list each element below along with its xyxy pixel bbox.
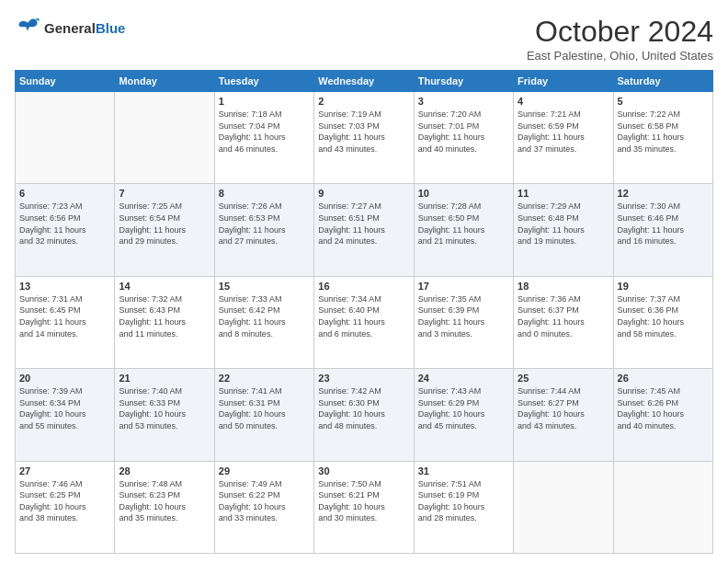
calendar-cell <box>16 92 115 184</box>
day-info: Sunrise: 7:32 AM Sunset: 6:43 PM Dayligh… <box>119 293 210 339</box>
day-number: 25 <box>518 373 609 384</box>
calendar-cell: 10Sunrise: 7:28 AM Sunset: 6:50 PM Dayli… <box>414 184 513 276</box>
day-number: 7 <box>119 188 210 199</box>
day-info: Sunrise: 7:34 AM Sunset: 6:40 PM Dayligh… <box>318 293 409 339</box>
day-info: Sunrise: 7:27 AM Sunset: 6:51 PM Dayligh… <box>318 201 409 247</box>
day-info: Sunrise: 7:42 AM Sunset: 6:30 PM Dayligh… <box>318 385 409 431</box>
day-number: 6 <box>19 188 110 199</box>
day-info: Sunrise: 7:28 AM Sunset: 6:50 PM Dayligh… <box>418 201 509 247</box>
day-number: 16 <box>318 281 409 292</box>
day-number: 14 <box>119 281 210 292</box>
location-text: East Palestine, Ohio, United States <box>527 49 713 63</box>
calendar-cell: 3Sunrise: 7:20 AM Sunset: 7:01 PM Daylig… <box>414 92 513 184</box>
day-number: 23 <box>318 373 409 384</box>
day-number: 26 <box>618 373 709 384</box>
day-info: Sunrise: 7:21 AM Sunset: 6:59 PM Dayligh… <box>518 109 609 155</box>
day-info: Sunrise: 7:19 AM Sunset: 7:03 PM Dayligh… <box>318 109 409 155</box>
day-number: 18 <box>518 281 609 292</box>
day-info: Sunrise: 7:39 AM Sunset: 6:34 PM Dayligh… <box>19 385 110 431</box>
day-number: 2 <box>318 96 409 107</box>
calendar-cell: 23Sunrise: 7:42 AM Sunset: 6:30 PM Dayli… <box>314 369 414 461</box>
calendar-cell: 29Sunrise: 7:49 AM Sunset: 6:22 PM Dayli… <box>214 461 313 553</box>
day-number: 19 <box>618 281 709 292</box>
day-number: 20 <box>19 373 110 384</box>
day-info: Sunrise: 7:46 AM Sunset: 6:25 PM Dayligh… <box>19 478 110 524</box>
calendar-cell: 7Sunrise: 7:25 AM Sunset: 6:54 PM Daylig… <box>115 184 214 276</box>
day-info: Sunrise: 7:25 AM Sunset: 6:54 PM Dayligh… <box>119 201 210 247</box>
calendar-week-row: 27Sunrise: 7:46 AM Sunset: 6:25 PM Dayli… <box>16 461 713 553</box>
day-info: Sunrise: 7:23 AM Sunset: 6:56 PM Dayligh… <box>19 201 110 247</box>
day-number: 15 <box>219 281 310 292</box>
day-number: 5 <box>618 96 709 107</box>
calendar-week-row: 6Sunrise: 7:23 AM Sunset: 6:56 PM Daylig… <box>16 184 713 276</box>
day-info: Sunrise: 7:41 AM Sunset: 6:31 PM Dayligh… <box>219 385 310 431</box>
day-info: Sunrise: 7:44 AM Sunset: 6:27 PM Dayligh… <box>518 385 609 431</box>
calendar-cell: 4Sunrise: 7:21 AM Sunset: 6:59 PM Daylig… <box>514 92 613 184</box>
logo-text: GeneralBlue <box>44 20 125 36</box>
calendar-cell: 30Sunrise: 7:50 AM Sunset: 6:21 PM Dayli… <box>314 461 414 553</box>
day-number: 17 <box>418 281 509 292</box>
header-monday: Monday <box>115 71 214 92</box>
day-info: Sunrise: 7:26 AM Sunset: 6:53 PM Dayligh… <box>219 201 310 247</box>
day-number: 30 <box>318 465 409 477</box>
header-friday: Friday <box>514 71 613 92</box>
month-title: October 2024 <box>527 15 713 49</box>
day-number: 31 <box>418 465 509 477</box>
calendar-cell: 6Sunrise: 7:23 AM Sunset: 6:56 PM Daylig… <box>16 184 115 276</box>
day-number: 1 <box>219 96 310 107</box>
header-row: Sunday Monday Tuesday Wednesday Thursday… <box>16 71 713 92</box>
calendar-cell: 17Sunrise: 7:35 AM Sunset: 6:39 PM Dayli… <box>414 276 513 368</box>
day-info: Sunrise: 7:48 AM Sunset: 6:23 PM Dayligh… <box>119 478 210 524</box>
header-thursday: Thursday <box>414 71 513 92</box>
calendar-week-row: 20Sunrise: 7:39 AM Sunset: 6:34 PM Dayli… <box>16 369 713 461</box>
day-info: Sunrise: 7:33 AM Sunset: 6:42 PM Dayligh… <box>219 293 310 339</box>
calendar-cell: 5Sunrise: 7:22 AM Sunset: 6:58 PM Daylig… <box>613 92 712 184</box>
header-tuesday: Tuesday <box>214 71 313 92</box>
calendar-cell: 2Sunrise: 7:19 AM Sunset: 7:03 PM Daylig… <box>314 92 414 184</box>
calendar-cell: 13Sunrise: 7:31 AM Sunset: 6:45 PM Dayli… <box>16 276 115 368</box>
day-number: 8 <box>219 188 310 199</box>
header-sunday: Sunday <box>16 71 115 92</box>
day-info: Sunrise: 7:45 AM Sunset: 6:26 PM Dayligh… <box>618 385 709 431</box>
header-saturday: Saturday <box>613 71 712 92</box>
calendar-cell: 21Sunrise: 7:40 AM Sunset: 6:33 PM Dayli… <box>115 369 214 461</box>
calendar-cell: 1Sunrise: 7:18 AM Sunset: 7:04 PM Daylig… <box>214 92 313 184</box>
day-info: Sunrise: 7:37 AM Sunset: 6:36 PM Dayligh… <box>618 293 709 339</box>
calendar-cell: 12Sunrise: 7:30 AM Sunset: 6:46 PM Dayli… <box>613 184 712 276</box>
day-number: 27 <box>19 465 110 477</box>
day-info: Sunrise: 7:29 AM Sunset: 6:48 PM Dayligh… <box>518 201 609 247</box>
calendar-cell: 20Sunrise: 7:39 AM Sunset: 6:34 PM Dayli… <box>16 369 115 461</box>
calendar-cell: 15Sunrise: 7:33 AM Sunset: 6:42 PM Dayli… <box>214 276 313 368</box>
calendar-cell: 14Sunrise: 7:32 AM Sunset: 6:43 PM Dayli… <box>115 276 214 368</box>
calendar-page: GeneralBlue October 2024 East Palestine,… <box>0 0 728 563</box>
calendar-cell: 8Sunrise: 7:26 AM Sunset: 6:53 PM Daylig… <box>214 184 313 276</box>
logo: GeneralBlue <box>15 15 125 40</box>
day-number: 3 <box>418 96 509 107</box>
calendar-cell: 26Sunrise: 7:45 AM Sunset: 6:26 PM Dayli… <box>613 369 712 461</box>
day-number: 13 <box>19 281 110 292</box>
calendar-cell: 18Sunrise: 7:36 AM Sunset: 6:37 PM Dayli… <box>514 276 613 368</box>
calendar-cell: 25Sunrise: 7:44 AM Sunset: 6:27 PM Dayli… <box>514 369 613 461</box>
day-info: Sunrise: 7:51 AM Sunset: 6:19 PM Dayligh… <box>418 478 509 524</box>
day-info: Sunrise: 7:50 AM Sunset: 6:21 PM Dayligh… <box>318 478 409 524</box>
calendar-cell: 28Sunrise: 7:48 AM Sunset: 6:23 PM Dayli… <box>115 461 214 553</box>
calendar-cell: 19Sunrise: 7:37 AM Sunset: 6:36 PM Dayli… <box>613 276 712 368</box>
day-number: 22 <box>219 373 310 384</box>
calendar-cell: 16Sunrise: 7:34 AM Sunset: 6:40 PM Dayli… <box>314 276 414 368</box>
calendar-cell: 24Sunrise: 7:43 AM Sunset: 6:29 PM Dayli… <box>414 369 513 461</box>
title-area: October 2024 East Palestine, Ohio, Unite… <box>527 15 713 63</box>
calendar-cell: 9Sunrise: 7:27 AM Sunset: 6:51 PM Daylig… <box>314 184 414 276</box>
day-number: 9 <box>318 188 409 199</box>
header-wednesday: Wednesday <box>314 71 414 92</box>
day-number: 21 <box>119 373 210 384</box>
day-info: Sunrise: 7:30 AM Sunset: 6:46 PM Dayligh… <box>618 201 709 247</box>
day-info: Sunrise: 7:40 AM Sunset: 6:33 PM Dayligh… <box>119 385 210 431</box>
day-number: 12 <box>618 188 709 199</box>
calendar-cell: 31Sunrise: 7:51 AM Sunset: 6:19 PM Dayli… <box>414 461 513 553</box>
day-number: 28 <box>119 465 210 477</box>
calendar-cell: 27Sunrise: 7:46 AM Sunset: 6:25 PM Dayli… <box>16 461 115 553</box>
day-info: Sunrise: 7:20 AM Sunset: 7:01 PM Dayligh… <box>418 109 509 155</box>
calendar-cell: 11Sunrise: 7:29 AM Sunset: 6:48 PM Dayli… <box>514 184 613 276</box>
day-info: Sunrise: 7:35 AM Sunset: 6:39 PM Dayligh… <box>418 293 509 339</box>
day-number: 4 <box>518 96 609 107</box>
